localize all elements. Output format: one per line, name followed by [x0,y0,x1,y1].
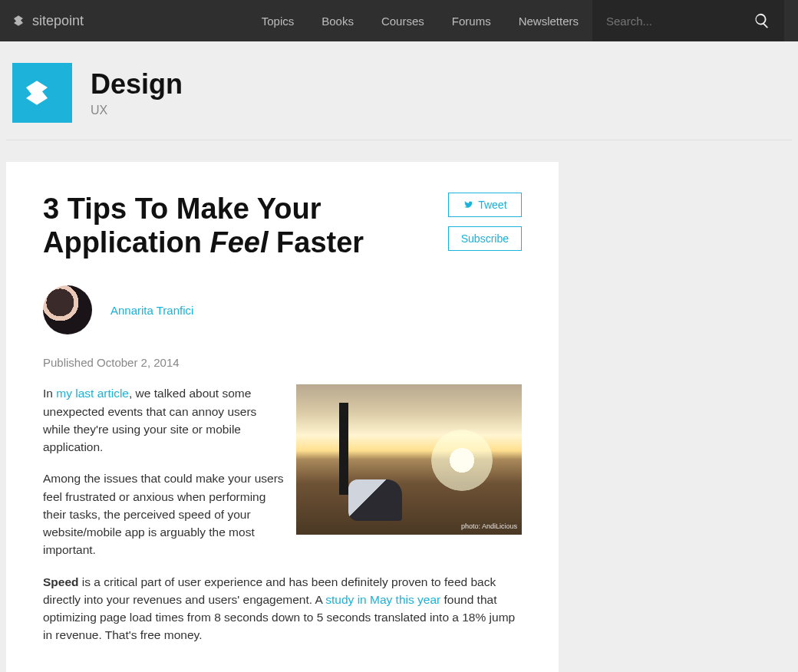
speed-strong: Speed [43,575,79,588]
sitepoint-icon [26,77,58,109]
tweet-button[interactable]: Tweet [448,193,522,217]
brand-name: sitepoint [32,13,84,29]
published-date: October 2, 2014 [97,356,180,369]
search-box [592,0,784,41]
hero-image: photo: AndiLicious [296,384,522,535]
category-titles: Design UX [91,68,183,117]
publish-date: Published October 2, 2014 [43,356,522,369]
article-title: 3 Tips To Make Your Application Feel Fas… [43,193,425,259]
published-label: Published [43,356,97,369]
search-input[interactable] [606,15,753,28]
nav-topics[interactable]: Topics [248,0,308,41]
title-em: Feel [209,226,268,259]
brand-logo[interactable]: sitepoint [14,13,84,29]
page: Design UX 3 Tips To Make Your Applicatio… [0,41,798,672]
link-last-article[interactable]: my last article [56,387,129,400]
main-nav: Topics Books Courses Forums Newsletters [248,0,784,41]
article-actions: Tweet Subscribe [448,193,522,259]
title-post: Faster [269,226,364,259]
hero-caption: photo: AndiLicious [461,522,517,532]
article-body: photo: AndiLicious In my last article, w… [43,384,522,644]
article-card: 3 Tips To Make Your Application Feel Fas… [6,162,559,672]
nav-courses[interactable]: Courses [368,0,438,41]
twitter-icon [463,199,473,210]
category-header: Design UX [6,41,792,140]
author-row: Annarita Tranfici [43,285,522,334]
nav-newsletters[interactable]: Newsletters [505,0,592,41]
subscribe-button[interactable]: Subscribe [448,226,522,251]
author-link[interactable]: Annarita Tranfici [110,304,193,317]
link-study[interactable]: study in May this year [325,593,440,606]
subscribe-label: Subscribe [461,232,509,245]
search-icon[interactable] [753,12,770,29]
category-logo [12,63,72,123]
category-title: Design [91,68,183,100]
topbar: sitepoint Topics Books Courses Forums Ne… [0,0,798,41]
tweet-label: Tweet [478,199,506,211]
nav-forums[interactable]: Forums [438,0,505,41]
nav-books[interactable]: Books [308,0,368,41]
category-subtitle: UX [91,104,183,117]
paragraph-3: Speed is a critical part of user experie… [43,573,522,644]
avatar[interactable] [43,285,92,334]
sitepoint-icon [14,14,28,28]
article-header: 3 Tips To Make Your Application Feel Fas… [43,193,522,259]
